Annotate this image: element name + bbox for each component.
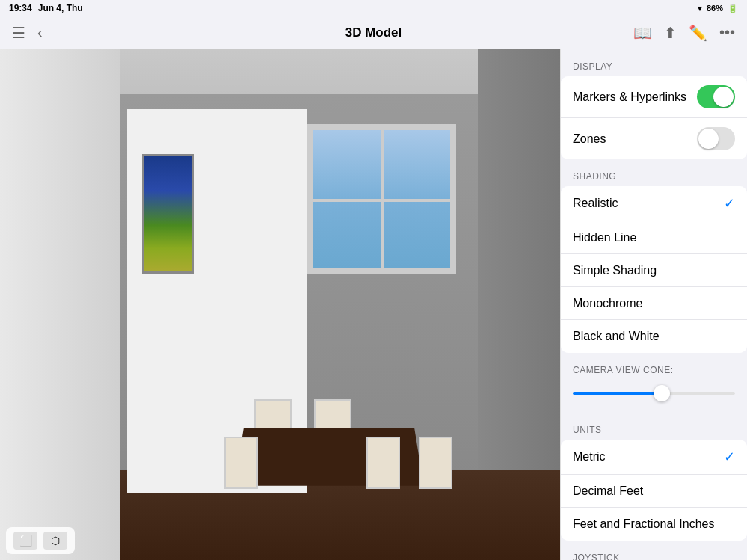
markers-toggle[interactable] xyxy=(697,85,735,108)
display-section-label: DISPLAY xyxy=(561,49,747,76)
nav-title: 3D Model xyxy=(345,25,402,40)
zones-toggle-knob xyxy=(698,129,719,149)
chair-3 xyxy=(224,437,258,489)
chair-5 xyxy=(419,437,452,489)
hidden-line-label: Hidden Line xyxy=(573,231,735,244)
metric-checkmark: ✓ xyxy=(724,449,735,465)
hidden-line-row[interactable]: Hidden Line xyxy=(561,221,747,254)
bookmark-icon[interactable]: 📖 xyxy=(633,24,652,42)
display-group: Markers & Hyperlinks Zones xyxy=(561,76,747,159)
monochrome-row[interactable]: Monochrome xyxy=(561,287,747,320)
slider-thumb[interactable] xyxy=(654,385,670,401)
pencil-icon[interactable]: ✏️ xyxy=(689,24,707,42)
window xyxy=(307,124,456,274)
layers-tool-button[interactable]: ⬡ xyxy=(43,532,67,550)
status-date: Jun 4, Thu xyxy=(38,3,83,13)
metric-row[interactable]: Metric ✓ xyxy=(561,440,747,475)
more-icon[interactable]: ••• xyxy=(719,24,735,41)
metric-label: Metric xyxy=(573,450,724,464)
artwork xyxy=(142,154,194,274)
feet-fractional-label: Feet and Fractional Inches xyxy=(573,517,735,531)
settings-panel: ‹ Back Settings DISPLAY Markers & Hyperl… xyxy=(560,16,747,560)
black-white-label: Black and White xyxy=(573,330,735,343)
zones-toggle[interactable] xyxy=(697,127,735,150)
zones-label: Zones xyxy=(573,132,697,146)
chair-4 xyxy=(366,437,400,489)
screen-tool-button[interactable]: ⬜ xyxy=(13,532,37,550)
feet-fractional-row[interactable]: Feet and Fractional Inches xyxy=(561,508,747,541)
zones-row[interactable]: Zones xyxy=(561,118,747,159)
status-bar: 19:34 Jun 4, Thu ▾ 86% 🔋 xyxy=(0,0,747,16)
slider-track[interactable] xyxy=(573,392,735,395)
window-divider-h xyxy=(313,199,450,202)
joystick-section-label: JOYSTICK xyxy=(561,541,747,560)
room-canvas xyxy=(0,49,568,560)
share-icon[interactable]: ⬆ xyxy=(664,24,677,42)
nav-right: 📖 ⬆ ✏️ ••• xyxy=(633,24,735,42)
nav-bar: ☰ ‹ 3D Model 📖 ⬆ ✏️ ••• xyxy=(0,16,747,49)
wifi-icon: ▾ xyxy=(698,4,702,13)
nav-left: ☰ ‹ xyxy=(12,24,43,42)
markers-label: Markers & Hyperlinks xyxy=(573,90,697,104)
slider-fill xyxy=(573,392,662,395)
realistic-checkmark: ✓ xyxy=(724,195,735,212)
model-view[interactable]: ⬜ ⬡ xyxy=(0,49,568,560)
realistic-label: Realistic xyxy=(573,197,724,210)
shading-section-label: SHADING xyxy=(561,159,747,186)
status-right: ▾ 86% 🔋 xyxy=(698,4,738,13)
simple-shading-label: Simple Shading xyxy=(573,264,735,277)
menu-icon[interactable]: ☰ xyxy=(12,24,25,42)
bottom-toolbar: ⬜ ⬡ xyxy=(6,527,75,554)
markers-toggle-knob xyxy=(713,87,734,107)
realistic-row[interactable]: Realistic ✓ xyxy=(561,186,747,221)
status-left: 19:34 Jun 4, Thu xyxy=(9,3,83,13)
camera-cone-slider-container xyxy=(561,380,747,413)
decimal-feet-label: Decimal Feet xyxy=(573,484,735,498)
markers-row[interactable]: Markers & Hyperlinks xyxy=(561,76,747,118)
camera-cone-label: CAMERA VIEW CONE: xyxy=(561,353,747,380)
nav-back-icon[interactable]: ‹ xyxy=(37,24,43,41)
black-white-row[interactable]: Black and White xyxy=(561,320,747,353)
shading-group: Realistic ✓ Hidden Line Simple Shading M… xyxy=(561,186,747,353)
monochrome-label: Monochrome xyxy=(573,297,735,310)
simple-shading-row[interactable]: Simple Shading xyxy=(561,254,747,287)
battery-icon: 🔋 xyxy=(728,4,738,13)
units-section-label: UNITS xyxy=(561,413,747,440)
status-time: 19:34 xyxy=(9,3,32,13)
units-group: Metric ✓ Decimal Feet Feet and Fractiona… xyxy=(561,440,747,541)
battery-level: 86% xyxy=(707,4,723,13)
wall-left xyxy=(0,49,120,560)
decimal-feet-row[interactable]: Decimal Feet xyxy=(561,475,747,508)
